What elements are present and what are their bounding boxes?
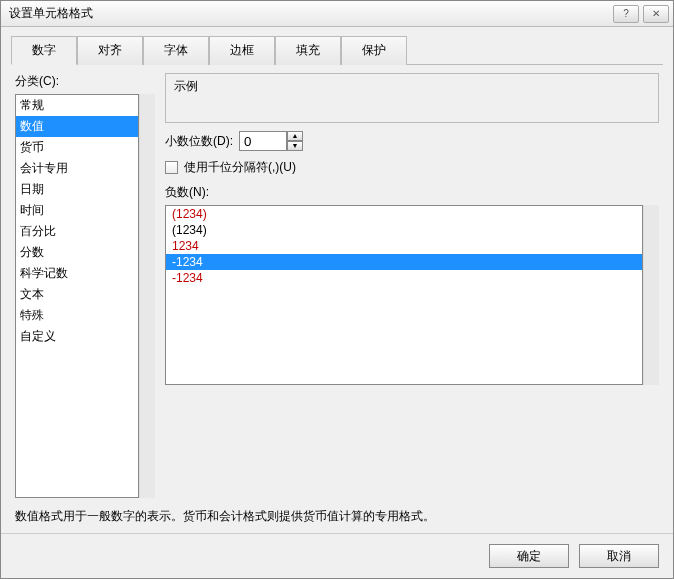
decimals-down-button[interactable]: ▼: [287, 141, 303, 151]
negatives-item-2[interactable]: 1234: [166, 238, 642, 254]
category-item-number[interactable]: 数值: [16, 116, 138, 137]
negatives-item-0[interactable]: (1234): [166, 206, 642, 222]
tab-fill[interactable]: 填充: [275, 36, 341, 65]
decimals-label: 小数位数(D):: [165, 133, 233, 150]
close-button[interactable]: ✕: [643, 5, 669, 23]
negatives-label: 负数(N):: [165, 184, 659, 201]
category-item-fraction[interactable]: 分数: [16, 242, 138, 263]
negatives-scrollbar[interactable]: [643, 205, 659, 385]
preview-label: 示例: [174, 78, 650, 95]
category-item-time[interactable]: 时间: [16, 200, 138, 221]
tab-protect[interactable]: 保护: [341, 36, 407, 65]
thousands-label: 使用千位分隔符(,)(U): [184, 159, 296, 176]
category-item-text[interactable]: 文本: [16, 284, 138, 305]
format-cells-dialog: 设置单元格格式 ? ✕ 数字 对齐 字体 边框 填充 保护 分类(C): 常规 …: [0, 0, 674, 579]
decimals-spinner[interactable]: ▲ ▼: [239, 131, 303, 151]
titlebar: 设置单元格格式 ? ✕: [1, 1, 673, 27]
tab-number[interactable]: 数字: [11, 36, 77, 65]
description-text: 数值格式用于一般数字的表示。货币和会计格式则提供货币值计算的专用格式。: [15, 508, 659, 525]
tab-border[interactable]: 边框: [209, 36, 275, 65]
category-item-sci[interactable]: 科学记数: [16, 263, 138, 284]
category-item-custom[interactable]: 自定义: [16, 326, 138, 347]
decimals-input[interactable]: [239, 131, 287, 151]
tab-strip: 数字 对齐 字体 边框 填充 保护: [1, 27, 673, 65]
help-button[interactable]: ?: [613, 5, 639, 23]
dialog-title: 设置单元格格式: [9, 5, 609, 22]
dialog-footer: 确定 取消: [1, 533, 673, 578]
cancel-button[interactable]: 取消: [579, 544, 659, 568]
category-scrollbar[interactable]: [139, 94, 155, 498]
negatives-item-4[interactable]: -1234: [166, 270, 642, 286]
decimals-up-button[interactable]: ▲: [287, 131, 303, 141]
preview-box: 示例: [165, 73, 659, 123]
negatives-item-1[interactable]: (1234): [166, 222, 642, 238]
category-item-date[interactable]: 日期: [16, 179, 138, 200]
category-item-accounting[interactable]: 会计专用: [16, 158, 138, 179]
category-item-percent[interactable]: 百分比: [16, 221, 138, 242]
category-item-currency[interactable]: 货币: [16, 137, 138, 158]
category-item-special[interactable]: 特殊: [16, 305, 138, 326]
negatives-item-3[interactable]: -1234: [166, 254, 642, 270]
thousands-checkbox[interactable]: [165, 161, 178, 174]
category-label: 分类(C):: [15, 73, 155, 90]
category-list[interactable]: 常规 数值 货币 会计专用 日期 时间 百分比 分数 科学记数 文本 特殊 自定…: [15, 94, 139, 498]
tab-align[interactable]: 对齐: [77, 36, 143, 65]
category-item-general[interactable]: 常规: [16, 95, 138, 116]
ok-button[interactable]: 确定: [489, 544, 569, 568]
negatives-list[interactable]: (1234) (1234) 1234 -1234 -1234: [165, 205, 643, 385]
tab-content: 分类(C): 常规 数值 货币 会计专用 日期 时间 百分比 分数 科学记数 文…: [1, 65, 673, 533]
tab-font[interactable]: 字体: [143, 36, 209, 65]
